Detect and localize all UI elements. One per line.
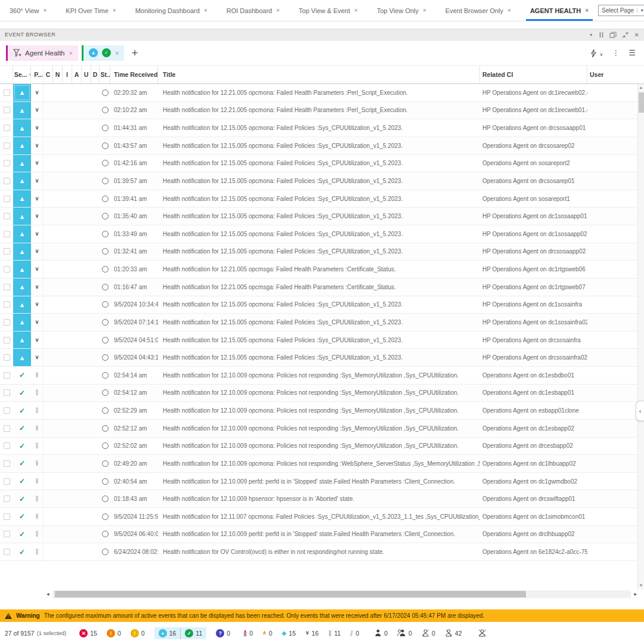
close-icon[interactable]: × [113,7,116,14]
related-ci-cell[interactable]: HP Operations Agent on dc1sosainfra02 [480,314,587,331]
row-checkbox[interactable] [4,160,10,166]
row-checkbox[interactable] [4,496,10,502]
scroll-up-icon[interactable]: ▲ [639,84,643,91]
lifecycle-open-icon[interactable] [102,337,109,343]
lifecycle-open-icon[interactable] [102,372,109,379]
page-tab-top-view-only[interactable]: Top View Only× [369,0,434,21]
close-icon[interactable]: × [585,7,589,14]
row-checkbox[interactable] [4,248,10,255]
page-tab-top-view-event[interactable]: Top View & Event× [291,0,366,21]
event-row[interactable]: ✓∨∨02:52:29 amHealth notification for 12… [0,402,644,420]
page-tab-360-view[interactable]: 360° View× [2,0,54,21]
lifecycle-open-icon[interactable] [102,160,109,166]
scrollbar-thumb[interactable] [55,591,526,597]
count-assigned-to-others[interactable]: 0 [422,629,435,637]
select-page-dropdown[interactable]: Select Page ▼ [598,5,644,16]
lifecycle-open-icon[interactable] [102,531,109,537]
event-row[interactable]: ▲∨01:39:57 amHealth notification for 12.… [0,172,644,190]
vertical-scrollbar-thumb[interactable] [639,92,644,113]
row-checkbox[interactable] [4,478,10,485]
related-ci-cell[interactable]: Operations Agent on dc1simobmcon01 [480,508,587,525]
lifecycle-open-icon[interactable] [102,460,109,467]
count-priority-none[interactable]: ∥ 0 [350,630,359,637]
count-priority-highest[interactable]: ∧∧ 0 [243,630,253,637]
event-row[interactable]: ▲∨01:32:41 amHealth notification for 12.… [0,243,644,261]
header-time-received[interactable]: Time Received [110,66,158,83]
row-checkbox[interactable] [4,531,10,537]
count-unassigned[interactable]: 42 [445,629,462,637]
lifecycle-open-icon[interactable] [102,513,109,520]
count-priority-low[interactable]: ∨ 16 [305,630,318,637]
close-icon[interactable]: × [43,7,47,14]
header-priority[interactable]: P... [31,66,44,83]
panel-collapse-handle[interactable]: ‹ [636,401,644,421]
quick-filter-lightning-icon[interactable]: ∨ [590,48,603,58]
header-severity[interactable]: Se...∨ [13,66,31,83]
row-checkbox[interactable] [4,231,10,237]
filter-tab-quick-severity[interactable]: ▲ ✓ × [82,45,124,61]
event-row[interactable]: ✓∨∨01:18:43 amHealth notification for 12… [0,490,644,508]
lifecycle-open-icon[interactable] [102,143,109,149]
event-row[interactable]: ▲∨02:20:32 amHealth notification for 12.… [0,84,644,102]
event-row[interactable]: ▲∨01:20:33 amHealth notification for 12.… [0,261,644,278]
lifecycle-open-icon[interactable] [102,301,109,308]
row-checkbox[interactable] [4,301,10,308]
count-normal[interactable]: ✓ 11 [181,627,206,639]
event-row[interactable]: ✓∨∨02:52:02 amHealth notification for 12… [0,438,644,456]
lifecycle-open-icon[interactable] [102,354,109,361]
count-unknown[interactable]: ? 0 [216,629,230,637]
page-tab-roi-dashboard[interactable]: ROI Dashboard× [219,0,287,21]
related-ci-cell[interactable]: HP Operations Agent on dc1sosaapp01 [480,208,587,225]
row-checkbox[interactable] [4,354,10,361]
header-c[interactable]: C [44,66,53,83]
collapse-pane-icon[interactable] [622,29,629,40]
header-state[interactable]: St... [100,66,110,83]
row-checkbox[interactable] [4,337,10,343]
event-row[interactable]: ▲∨01:33:49 amHealth notification for 12.… [0,225,644,243]
related-ci-cell[interactable]: HP Operations Agent on drcsosaapp01 [480,119,587,137]
related-ci-cell[interactable]: Operations Agent on 6e1824c2-a0cc-75ab-0… [480,543,587,561]
lifecycle-open-icon[interactable] [102,266,109,273]
count-critical[interactable]: ✕ 15 [79,629,97,637]
lifecycle-open-icon[interactable] [102,407,109,414]
row-checkbox[interactable] [4,196,10,202]
close-icon[interactable]: × [354,7,358,14]
event-row[interactable]: ✓∨∨02:54:14 amHealth notification for 12… [0,367,644,385]
related-ci-cell[interactable]: Operations Agent on sosareport2 [480,155,587,172]
row-checkbox[interactable] [4,442,10,449]
related-ci-cell[interactable]: Operations Agent on drcesbapp02 [480,438,587,455]
event-row[interactable]: ▲∨01:44:31 amHealth notification for 12.… [0,119,644,137]
close-icon[interactable]: × [204,7,208,14]
row-checkbox[interactable] [4,266,10,273]
count-major[interactable]: ! 0 [107,629,121,637]
related-ci-cell[interactable]: Operations Agent on dc1esbapp01 [480,385,587,402]
header-user[interactable]: User [587,66,637,83]
event-row[interactable]: ▲∨02:10:22 amHealth notification for 12.… [0,102,644,120]
row-checkbox[interactable] [4,284,10,290]
header-select-all[interactable] [0,66,13,83]
header-n[interactable]: N [53,66,63,83]
related-ci-cell[interactable]: Operations Agent on drcswiftapp01 [480,490,587,507]
row-checkbox[interactable] [4,89,10,96]
scroll-left-icon[interactable]: ◂ [47,591,52,597]
row-checkbox[interactable] [4,425,10,432]
lifecycle-open-icon[interactable] [102,284,109,290]
lifecycle-open-icon[interactable] [102,496,109,502]
header-u[interactable]: U [82,66,91,83]
resolver-hidden-icon[interactable] [478,629,487,637]
event-row[interactable]: ▲∨01:16:47 amHealth notification for 12.… [0,278,644,296]
browser-menu-icon[interactable]: ☰ [628,48,636,57]
related-ci-cell[interactable]: HP Operations Agent on drcsosainfra [480,332,587,349]
row-checkbox[interactable] [4,460,10,467]
pane-menu-chevron-icon[interactable]: ▼ [589,33,593,37]
event-row[interactable]: ▲∨9/5/2024 10:34:46..Health notification… [0,296,644,314]
horizontal-scrollbar[interactable]: ◂ ▸ [0,589,644,599]
row-checkbox[interactable] [4,389,10,396]
page-tab-monitoring-dashboard[interactable]: Monitoring Dashboard× [128,0,215,21]
row-checkbox[interactable] [4,549,10,555]
page-tab-agent-health[interactable]: AGENT HEALTH× [522,0,596,21]
lifecycle-open-icon[interactable] [102,231,109,237]
filter-tab-agent-health[interactable]: Agent Health × [6,45,78,61]
related-ci-cell[interactable]: Operations Agent on esbapp01clone [480,402,587,419]
row-checkbox[interactable] [4,178,10,184]
